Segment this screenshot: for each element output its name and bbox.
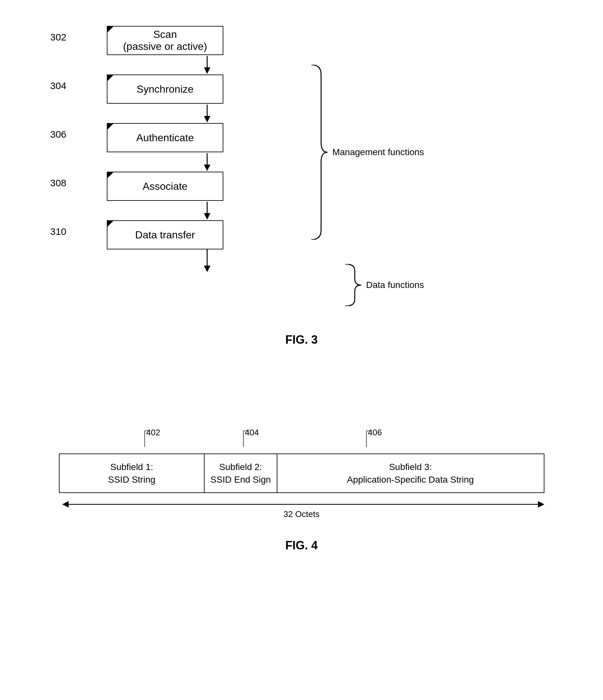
management-functions-label: Management functions [333,147,424,157]
svg-marker-7 [204,213,210,220]
step-label-associate: Associate [143,180,188,193]
octet-label: 32 Octets [284,509,319,519]
field-cell-1: Subfield 1: SSID String [59,454,205,492]
ref-404-group: 404 [227,428,253,452]
step-number-310: 310 [50,226,67,237]
step-number-306: 306 [50,129,67,140]
flowchart: 302 Scan(passive or active) 304 Synchron… [81,26,308,275]
step-box-synchronize: Synchronize [107,75,223,104]
step-304: 304 Synchronize [81,75,308,104]
ref-406-label: 406 [368,428,382,438]
fig3-section: 302 Scan(passive or active) 304 Synchron… [0,13,603,353]
svg-marker-18 [538,501,544,507]
ref-406-group: 406 [350,428,376,452]
data-brace-group: Data functions [343,264,424,306]
fig3-caption-wrapper: FIG. 3 [0,333,603,347]
step-box-data-transfer: Data transfer [107,220,223,249]
field-cell-2: Subfield 2: SSID End Sign [205,454,277,492]
svg-marker-3 [204,116,210,122]
fig3-caption: FIG. 3 [285,333,317,346]
cell-3-line2: Application-Specific Data String [347,473,474,486]
fig4-section: 402 404 406 Subfield 1 [0,389,603,552]
ref-numbers-row: 402 404 406 [59,428,544,453]
fig4-table-wrapper: 402 404 406 Subfield 1 [59,428,544,519]
fig4-caption: FIG. 4 [285,539,317,552]
step-label-scan: Scan(passive or active) [123,28,207,52]
field-cell-3: Subfield 3: Application-Specific Data St… [278,454,544,492]
step-306: 306 Authenticate [81,123,308,152]
arrow-3 [107,152,308,172]
step-label-data-transfer: Data transfer [135,229,195,241]
step-label-authenticate: Authenticate [136,132,194,144]
step-number-304: 304 [50,80,67,91]
cell-2-line1: Subfield 2: [219,460,262,473]
cell-3-line1: Subfield 3: [389,460,432,473]
step-box-associate: Associate [107,172,223,201]
cell-1-line1: Subfield 1: [110,460,153,473]
step-box-scan: Scan(passive or active) [107,26,223,55]
arrow-2 [107,104,308,123]
ref-402-group: 402 [129,428,154,452]
step-number-308: 308 [50,177,67,189]
step-308: 308 Associate [81,172,308,201]
svg-marker-9 [204,266,210,272]
step-310: 310 Data transfer [81,220,308,249]
svg-marker-5 [204,165,210,171]
arrow-1 [107,55,308,75]
step-number-302: 302 [50,32,67,43]
step-box-authenticate: Authenticate [107,123,223,152]
cell-1-line2: SSID String [108,473,155,486]
management-brace-group: Management functions [310,65,424,240]
step-302: 302 Scan(passive or active) [81,26,308,55]
data-functions-label: Data functions [366,280,424,290]
fig4-caption-wrapper: FIG. 4 [0,539,603,552]
field-table: Subfield 1: SSID String Subfield 2: SSID… [59,453,544,493]
arrow-4 [107,201,308,220]
cell-2-line2: SSID End Sign [210,473,271,486]
step-label-synchronize: Synchronize [137,83,193,95]
arrow-bottom [107,249,308,275]
svg-marker-1 [204,67,210,74]
ref-404-label: 404 [245,428,259,438]
ref-402-label: 402 [146,428,160,438]
